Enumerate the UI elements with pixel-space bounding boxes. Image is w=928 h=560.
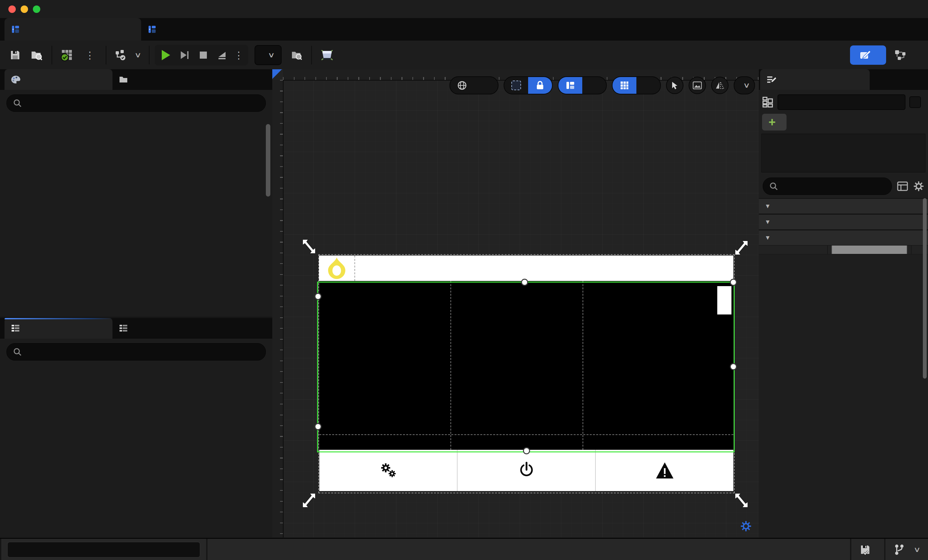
- preview-background-button[interactable]: [688, 77, 706, 94]
- handle-right-middle[interactable]: [730, 363, 737, 370]
- respect-locks-button[interactable]: [582, 77, 606, 94]
- tab-palette[interactable]: [5, 69, 113, 90]
- designer-viewport[interactable]: ∨: [272, 69, 759, 537]
- tab-library[interactable]: [113, 69, 139, 90]
- revision-control-button[interactable]: ∨: [885, 539, 928, 560]
- settings-gear-icon[interactable]: [913, 181, 924, 192]
- localization-none-button[interactable]: [474, 77, 498, 94]
- chevron-down-icon: ∨: [134, 51, 142, 59]
- console-section: [1, 539, 206, 560]
- dashed-selection-icon: [511, 81, 521, 90]
- debug-browse-button[interactable]: [286, 45, 308, 66]
- resize-handle-top-left[interactable]: [301, 238, 318, 255]
- flip-preview-button[interactable]: [711, 77, 728, 94]
- diff-button[interactable]: ∨: [110, 45, 146, 66]
- save-all-icon: [860, 544, 871, 555]
- lock-button[interactable]: [528, 77, 552, 94]
- eject-icon: [217, 50, 227, 60]
- close-window-button[interactable]: [8, 6, 16, 13]
- resize-handle-bottom-right[interactable]: [733, 492, 750, 510]
- play-options-icon[interactable]: ⋮: [231, 50, 246, 61]
- main-toolbar: ⋮ ∨ ⋮ ∨: [0, 41, 928, 70]
- tab-wbp-cardentry[interactable]: [141, 18, 169, 41]
- details-panel: + ▼ ▼ ▼: [759, 69, 928, 537]
- marquee-select-button[interactable]: [504, 77, 528, 94]
- localization-preview-group: [450, 76, 499, 95]
- dpi-scale: [736, 520, 752, 532]
- widget-bind-icon: [119, 324, 128, 333]
- unreal-umg-editor: ⋮ ∨ ⋮ ∨: [0, 0, 928, 560]
- hierarchy-search-input[interactable]: [6, 343, 266, 360]
- chevron-down-icon: ∨: [914, 545, 921, 554]
- resize-handle-top-right[interactable]: [733, 239, 750, 256]
- widget-reflector-button[interactable]: [315, 45, 343, 66]
- window-controls[interactable]: [8, 6, 40, 13]
- widget-icon: [566, 81, 575, 90]
- chevron-down-icon: ∨: [743, 81, 751, 90]
- play-controls: ⋮: [155, 45, 248, 66]
- tab-details[interactable]: [760, 69, 870, 90]
- resize-handle-bottom-left[interactable]: [301, 492, 318, 510]
- stop-button[interactable]: [194, 46, 213, 64]
- search-icon: [13, 348, 21, 356]
- console-command-input[interactable]: [7, 542, 200, 558]
- minimize-window-button[interactable]: [21, 6, 28, 13]
- possess-button[interactable]: [213, 46, 231, 64]
- widget-blueprint-icon: [12, 25, 20, 34]
- grid-icon: [620, 81, 629, 90]
- details-scrollbar[interactable]: [923, 198, 927, 378]
- handle-bottom-center[interactable]: [523, 447, 530, 454]
- handle-top-right[interactable]: [730, 279, 737, 286]
- cursor-tool-button[interactable]: [666, 77, 684, 94]
- frame-skip-button[interactable]: [175, 46, 194, 64]
- chevron-down-icon: ∨: [268, 51, 275, 59]
- screen-size-dropdown[interactable]: ∨: [734, 76, 755, 95]
- save-status-button[interactable]: [851, 539, 884, 560]
- search-icon: [13, 99, 21, 107]
- tab-hierarchy[interactable]: [5, 318, 113, 339]
- palette-panel: [0, 69, 272, 317]
- play-button[interactable]: [157, 46, 175, 64]
- image-icon: [693, 81, 702, 89]
- parent-class: [911, 18, 917, 41]
- handle-top-center[interactable]: [521, 279, 528, 286]
- compile-button[interactable]: ⋮: [55, 45, 102, 66]
- save-button[interactable]: [5, 45, 26, 66]
- grid-snap-button[interactable]: [612, 77, 636, 94]
- is-variable-checkbox[interactable]: [909, 96, 921, 108]
- handle-left-upper[interactable]: [314, 293, 322, 300]
- grid-snap-value[interactable]: [636, 77, 660, 94]
- widget-name-field[interactable]: [777, 95, 905, 110]
- add-component-button[interactable]: +: [762, 114, 786, 131]
- palette-search-input[interactable]: [6, 95, 266, 112]
- palette-scrollbar[interactable]: [266, 124, 270, 197]
- selection-lock-group: [504, 76, 553, 95]
- display-filter-icon[interactable]: [897, 182, 908, 191]
- outline-mode-group: [558, 76, 607, 95]
- handle-left-lower[interactable]: [314, 423, 322, 430]
- widget-blueprint-icon: [148, 25, 157, 34]
- cursor-icon: [670, 81, 679, 90]
- lock-icon: [536, 81, 544, 90]
- dpi-settings-gear-icon[interactable]: [740, 520, 752, 532]
- widget-outline-button[interactable]: [559, 77, 582, 94]
- maximize-window-button[interactable]: [33, 6, 40, 13]
- details-search-input[interactable]: [763, 177, 892, 195]
- browse-asset-button[interactable]: [26, 45, 48, 66]
- compile-options-icon[interactable]: ⋮: [82, 50, 97, 61]
- designer-mode-button[interactable]: [850, 46, 886, 65]
- tab-widget-bind[interactable]: [113, 318, 139, 339]
- diff-icon: [115, 49, 126, 61]
- menu-bar: [0, 0, 928, 18]
- section-fill-rules[interactable]: ▼: [759, 214, 928, 230]
- tab-wbp-menu[interactable]: [5, 18, 141, 41]
- section-slot[interactable]: ▼: [759, 198, 928, 214]
- debug-object-dropdown[interactable]: ∨: [255, 45, 282, 65]
- section-accessibility[interactable]: ▼: [759, 230, 928, 246]
- hierarchy-panel: [0, 318, 272, 537]
- globe-button[interactable]: [450, 77, 474, 94]
- asset-tab-bar: [0, 18, 928, 41]
- component-list-empty: [762, 134, 925, 172]
- grid-snap-group: [612, 76, 661, 95]
- graph-mode-button[interactable]: [886, 46, 920, 65]
